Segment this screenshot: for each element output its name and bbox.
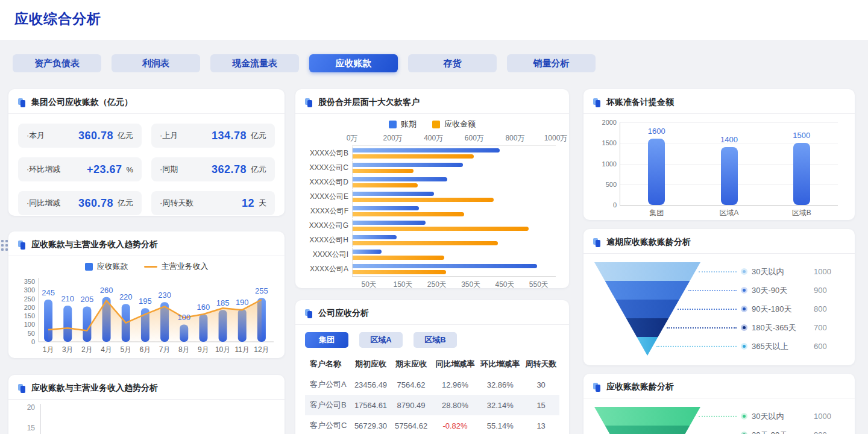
legend-bullet-dot xyxy=(743,307,746,310)
amount-bar xyxy=(353,256,444,260)
bookmark-icon xyxy=(305,309,313,318)
legend-item-payment-days[interactable]: 账期 xyxy=(389,119,417,130)
kpi-value: 12 xyxy=(193,197,254,210)
funnel-slice xyxy=(605,426,690,434)
category-label: XXXX公司I xyxy=(305,250,352,260)
page-title: 应收综合分析 xyxy=(14,10,101,28)
card-overdue-aging: 逾期应收账款账龄分析 30天以内100030天-90天90090天-180天80… xyxy=(583,229,855,365)
drag-dot xyxy=(5,244,8,247)
chart-legend: 应收账款 主营业务收入 xyxy=(18,261,275,272)
svg-text:255: 255 xyxy=(255,286,268,295)
tab-sales-analysis[interactable]: 销量分析 xyxy=(507,54,596,72)
leader-line xyxy=(678,309,737,310)
funnel-legend-item[interactable]: 365天以上600 xyxy=(656,341,838,351)
divider xyxy=(8,399,285,400)
bar-pair xyxy=(352,146,556,160)
bottom-axis-tick: 550天 xyxy=(529,280,549,288)
funnel-label: 180天-365天 xyxy=(752,322,810,332)
top-axis: 0万200万400万600万800万1000万 xyxy=(352,133,556,143)
funnel-legend-item[interactable]: 90天-180天800 xyxy=(678,304,838,313)
bar-pair xyxy=(352,219,556,233)
svg-text:10月: 10月 xyxy=(215,345,230,354)
funnel-legend-item[interactable]: 30天-90天900 xyxy=(688,430,838,434)
payment-days-bar xyxy=(353,250,382,254)
card-title-row: 应收账款与主营业务收入趋势分析 xyxy=(18,240,275,250)
tab-income-statement[interactable]: 利润表 xyxy=(112,54,200,72)
funnel-label: 90天-180天 xyxy=(752,304,810,313)
category-label: XXXX公司B xyxy=(305,148,352,159)
card-title: 坏账准备计提金额 xyxy=(606,97,674,108)
kpi-tile: ·本月360.78亿元 xyxy=(18,124,142,148)
legend-bullet-dot xyxy=(743,270,746,273)
tab-group[interactable]: 集团 xyxy=(305,332,348,348)
tab-region-b[interactable]: 区域B xyxy=(414,332,457,348)
leader-line xyxy=(667,327,737,329)
tab-region-a[interactable]: 区域A xyxy=(359,332,403,348)
legend-bullet-dot xyxy=(743,415,746,418)
kpi-label: ·上月 xyxy=(160,130,178,141)
funnel-legend-item[interactable]: 30天-90天900 xyxy=(688,285,838,295)
category-label: XXXX公司H xyxy=(305,235,352,245)
kpi-value: 362.78 xyxy=(178,163,247,176)
card-title-row: 坏账准备计提金额 xyxy=(593,98,845,107)
card-title-row: 股份合并层面十大欠款客户 xyxy=(305,98,559,107)
table-cell: 客户公司B xyxy=(305,395,351,415)
bottom-axis-tick: 350天 xyxy=(461,280,480,288)
svg-text:9月: 9月 xyxy=(198,345,209,354)
gridline xyxy=(620,122,838,123)
svg-text:150: 150 xyxy=(24,312,35,319)
leader-line xyxy=(699,416,737,417)
table-header-row: 客户名称期初应收期末应收同比增减率环比增减率周转天数 xyxy=(305,354,559,374)
svg-text:210: 210 xyxy=(61,294,74,303)
funnel-value: 1000 xyxy=(814,412,838,421)
funnel-value: 600 xyxy=(814,342,838,351)
funnel-legend-item[interactable]: 180天-365天700 xyxy=(667,322,838,332)
funnel-label: 30天-90天 xyxy=(752,285,810,295)
svg-text:220: 220 xyxy=(119,292,133,301)
svg-text:195: 195 xyxy=(139,297,152,306)
leader-line xyxy=(699,271,737,272)
svg-text:11月: 11月 xyxy=(235,345,250,354)
drag-handle-icon[interactable] xyxy=(1,240,8,251)
kpi-label: ·同期 xyxy=(160,164,178,175)
svg-text:1月: 1月 xyxy=(43,345,54,354)
legend-label: 应收账款 xyxy=(97,261,128,272)
amount-bar xyxy=(353,183,418,187)
funnel-slice xyxy=(615,300,679,318)
legend-bullet-icon xyxy=(741,287,747,294)
bar-series-marker-icon xyxy=(85,263,93,271)
kpi-unit: 天 xyxy=(259,198,266,209)
kpi-label: ·同比增减 xyxy=(27,198,60,209)
table-row: 客户公司B17564.618790.4928.80%32.14%15 xyxy=(305,395,559,415)
tab-inventory[interactable]: 存货 xyxy=(408,54,497,72)
top-axis-tick: 400万 xyxy=(424,133,443,143)
tab-balance-sheet[interactable]: 资产负债表 xyxy=(13,54,101,72)
drag-dot xyxy=(1,240,4,242)
funnel-legend-item[interactable]: 30天以内1000 xyxy=(699,266,838,276)
category-label: XXXX公司G xyxy=(305,221,352,231)
bookmark-icon xyxy=(18,384,26,393)
divider xyxy=(8,113,285,114)
card-title-row: 应收账款账龄分析 xyxy=(593,382,845,392)
legend-label: 应收金额 xyxy=(444,119,476,130)
drag-dot xyxy=(1,248,4,251)
svg-text:185: 185 xyxy=(216,298,230,307)
funnel-slice xyxy=(605,281,690,300)
debtor-row: XXXX公司H xyxy=(305,233,559,247)
column-header: 期初应收 xyxy=(351,354,389,374)
tab-receivables[interactable]: 应收账款 xyxy=(309,54,398,72)
legend-item-receivables[interactable]: 应收账款 xyxy=(85,261,128,272)
legend-item-amount[interactable]: 应收金额 xyxy=(432,119,476,130)
svg-text:3月: 3月 xyxy=(62,345,74,354)
funnel-legend-item[interactable]: 30天以内1000 xyxy=(699,411,838,421)
svg-text:190: 190 xyxy=(236,298,249,307)
svg-text:6月: 6月 xyxy=(140,345,151,354)
bar-value-label: 1400 xyxy=(720,135,738,144)
card-bad-debt-provision: 坏账准备计提金额 05001000150020001600集团1400区域A15… xyxy=(583,89,855,220)
table-cell: 12.96% xyxy=(433,374,478,395)
table-cell: 55.14% xyxy=(477,415,523,434)
legend-label: 主营业务收入 xyxy=(162,261,209,272)
tab-cash-flow[interactable]: 现金流量表 xyxy=(210,54,299,72)
legend-item-revenue[interactable]: 主营业务收入 xyxy=(144,261,209,272)
divider xyxy=(583,398,855,398)
